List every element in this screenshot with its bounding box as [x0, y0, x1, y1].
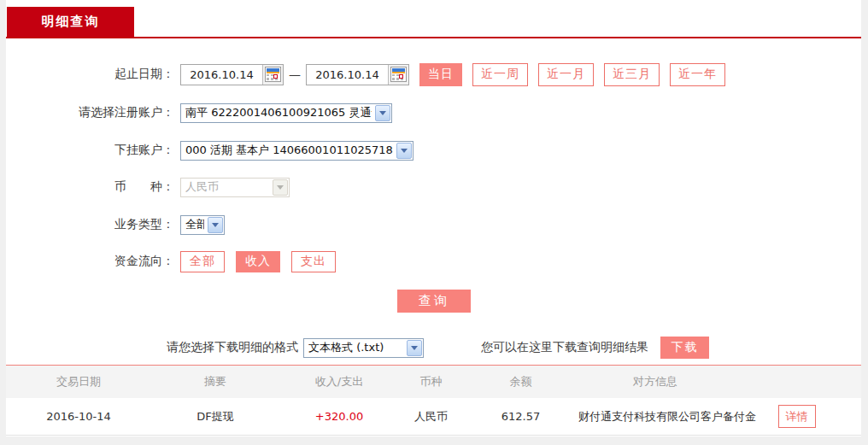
chevron-down-icon[interactable]: [396, 143, 412, 159]
start-date-value[interactable]: 2016.10.14: [181, 65, 262, 85]
chevron-down-icon[interactable]: [407, 340, 422, 356]
quick-range-week-button[interactable]: 近一周: [472, 63, 528, 86]
fund-flow-expense-button[interactable]: 支出: [291, 251, 336, 272]
date-range-label: 起止日期：: [6, 67, 180, 82]
header-counterparty: 对方信息: [578, 374, 732, 389]
end-date-calendar-button[interactable]: [388, 65, 408, 85]
fund-flow-label: 资金流向：: [6, 254, 180, 269]
query-button[interactable]: 查询: [397, 290, 471, 313]
fund-flow-income-button[interactable]: 收入: [236, 251, 280, 272]
download-format-select[interactable]: 文本格式 (.txt): [303, 338, 424, 358]
download-button[interactable]: 下载: [660, 337, 709, 359]
end-date-input[interactable]: 2016.10.14: [306, 64, 409, 85]
business-type-value: 全部: [185, 217, 204, 232]
cell-summary: DF提现: [151, 409, 279, 425]
quick-range-today-button[interactable]: 当日: [419, 63, 462, 86]
sub-account-select[interactable]: 000 活期 基本户 1406600101102571848: [180, 141, 413, 161]
cell-counterparty: 财付通支付科技有限公司客户备付金: [578, 409, 732, 425]
currency-label: 币 种：: [6, 179, 180, 195]
header-trade-date: 交易日期: [6, 374, 151, 389]
table-header-row: 交易日期 摘要 收入/支出 币种 余额 对方信息: [6, 366, 861, 398]
quick-range-year-button[interactable]: 近一年: [670, 63, 725, 86]
table-row: 2016-10-14 DF提现 +320.00 人民币 612.57 财付通支付…: [6, 398, 861, 436]
business-type-row: 业务类型： 全部: [6, 214, 861, 236]
business-type-label: 业务类型：: [6, 217, 180, 232]
tab-underline: [6, 37, 861, 38]
cell-trade-date: 2016-10-14: [6, 410, 151, 423]
sub-account-row: 下挂账户： 000 活期 基本户 1406600101102571848: [6, 139, 861, 161]
currency-row: 币 种： 人民币: [6, 176, 861, 198]
quick-range-month-button[interactable]: 近一月: [538, 63, 594, 86]
fund-flow-row: 资金流向： 全部 收入 支出: [6, 250, 861, 272]
content-panel: 明细查询 起止日期： 2016.10.14 — 2016.10.14 当日: [6, 0, 861, 436]
register-account-row: 请选择注册账户： 南平 6222001406100921065 灵通卡: [6, 102, 861, 124]
end-date-value[interactable]: 2016.10.14: [307, 65, 388, 85]
header-summary: 摘要: [151, 374, 279, 389]
register-account-label: 请选择注册账户：: [6, 105, 180, 120]
chevron-down-icon: [273, 179, 288, 196]
sub-account-value: 000 活期 基本户 1406600101102571848: [185, 143, 393, 158]
start-date-input[interactable]: 2016.10.14: [180, 64, 284, 85]
quick-range-3months-button[interactable]: 近三月: [604, 63, 660, 86]
download-format-value: 文本格式 (.txt): [308, 340, 403, 355]
sub-account-label: 下挂账户：: [6, 143, 180, 158]
fund-flow-all-button[interactable]: 全部: [180, 251, 225, 272]
business-type-select[interactable]: 全部: [180, 215, 225, 235]
register-account-value: 南平 6222001406100921065 灵通卡: [185, 105, 372, 120]
date-range-separator: —: [289, 67, 301, 81]
chevron-down-icon[interactable]: [375, 105, 390, 121]
calendar-icon: [390, 67, 407, 82]
date-range-row: 起止日期： 2016.10.14 — 2016.10.14 当日 近一周 近一月: [6, 63, 861, 85]
tab-detail-query[interactable]: 明细查询: [7, 7, 134, 37]
chevron-down-icon[interactable]: [208, 217, 223, 233]
header-income-expense: 收入/支出: [279, 374, 399, 389]
detail-button[interactable]: 详情: [778, 405, 816, 428]
download-hint-text: 您可以在这里下载查询明细结果: [481, 340, 648, 355]
currency-value: 人民币: [185, 179, 269, 195]
cell-amount: +320.00: [279, 410, 399, 423]
cell-balance: 612.57: [463, 410, 578, 423]
currency-select: 人民币: [180, 178, 290, 197]
calendar-icon: [265, 67, 281, 82]
header-balance: 余额: [463, 374, 578, 389]
register-account-select[interactable]: 南平 6222001406100921065 灵通卡: [180, 103, 392, 123]
start-date-calendar-button[interactable]: [262, 65, 283, 85]
cell-currency: 人民币: [399, 409, 463, 425]
download-format-label: 请您选择下载明细的格式: [167, 340, 298, 355]
header-currency: 币种: [399, 374, 463, 389]
download-row: 请您选择下载明细的格式 文本格式 (.txt) 您可以在这里下载查询明细结果 下…: [6, 337, 861, 359]
